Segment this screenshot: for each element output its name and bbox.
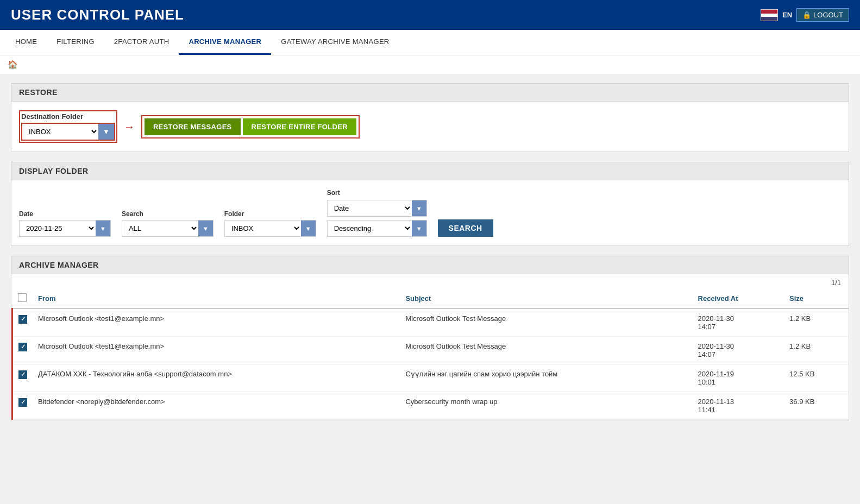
table-row: Bitdefender <noreply@bitdefender.com>Cyb… bbox=[12, 392, 849, 420]
row-size: 12.5 KB bbox=[784, 364, 849, 392]
row-from: Microsoft Outlook <test1@example.mn> bbox=[33, 337, 400, 364]
row-subject: Microsoft Outlook Test Message bbox=[400, 337, 692, 364]
navigation: HOME FILTERING 2FACTOR AUTH ARCHIVE MANA… bbox=[0, 30, 860, 55]
archive-manager-section: ARCHIVE MANAGER 1/1 From Subject Receive… bbox=[11, 256, 849, 420]
display-folder-section: DISPLAY FOLDER Date 2020-11-25 ▼ Search bbox=[11, 162, 849, 246]
row-checkbox-cell bbox=[12, 392, 33, 420]
display-folder-body: Date 2020-11-25 ▼ Search ALL ▼ bbox=[11, 180, 849, 245]
archive-manager-body: 1/1 From Subject Received At Size Micros… bbox=[11, 274, 849, 420]
folder-dropdown-arrow[interactable]: ▼ bbox=[301, 220, 316, 236]
archive-manager-header: ARCHIVE MANAGER bbox=[11, 256, 849, 274]
page-title: USER CONTROL PANEL bbox=[11, 7, 184, 23]
filter-row: Date 2020-11-25 ▼ Search ALL ▼ bbox=[19, 189, 841, 237]
destination-select-wrap: INBOX ▼ bbox=[21, 123, 115, 141]
search-label: Search bbox=[122, 210, 214, 218]
arrow-right-icon: → bbox=[124, 121, 135, 133]
row-size: 1.2 KB bbox=[784, 308, 849, 337]
row-checkbox-cell bbox=[12, 364, 33, 392]
nav-2factor[interactable]: 2FACTOR AUTH bbox=[104, 30, 179, 55]
date-dropdown-arrow[interactable]: ▼ bbox=[96, 220, 110, 236]
search-select-wrap: ALL ▼ bbox=[122, 220, 214, 237]
folder-label: Folder bbox=[224, 210, 316, 218]
row-checkbox-cell bbox=[12, 308, 33, 337]
nav-filtering[interactable]: FILTERING bbox=[47, 30, 104, 55]
restore-section-header: RESTORE bbox=[11, 84, 849, 102]
row-checkbox[interactable] bbox=[18, 343, 27, 351]
col-subject: Subject bbox=[400, 289, 692, 308]
lang-label: EN bbox=[782, 11, 792, 19]
row-checkbox-cell bbox=[12, 337, 33, 364]
restore-entire-folder-button[interactable]: RESTORE ENTIRE FOLDER bbox=[243, 118, 356, 135]
destination-label: Destination Folder bbox=[21, 112, 115, 121]
row-from: Microsoft Outlook <test1@example.mn> bbox=[33, 308, 400, 337]
nav-archive-manager[interactable]: ARCHIVE MANAGER bbox=[179, 30, 271, 55]
display-folder-header: DISPLAY FOLDER bbox=[11, 162, 849, 180]
folder-select-wrap: INBOX ▼ bbox=[224, 220, 316, 237]
sort-order-wrap: Descending ▼ bbox=[327, 220, 427, 237]
col-from: From bbox=[33, 289, 400, 308]
header-controls: EN 🔒 LOGOUT bbox=[761, 8, 849, 22]
date-select-wrap: 2020-11-25 ▼ bbox=[19, 220, 111, 237]
sort-dropdown-arrow[interactable]: ▼ bbox=[412, 200, 426, 216]
sort-order-select[interactable]: Descending bbox=[328, 220, 412, 236]
row-subject: Microsoft Outlook Test Message bbox=[400, 308, 692, 337]
folder-filter-group: Folder INBOX ▼ bbox=[224, 210, 316, 237]
nav-gateway-archive[interactable]: GATEWAY ARCHIVE MANAGER bbox=[271, 30, 399, 55]
row-received-at: 2020-11-19 10:01 bbox=[693, 364, 784, 392]
logout-label: LOGOUT bbox=[813, 11, 843, 19]
date-label: Date bbox=[19, 210, 111, 218]
row-from: ДАТАКОМ ХХК - Технологийн алба <support@… bbox=[33, 364, 400, 392]
row-size: 1.2 KB bbox=[784, 337, 849, 364]
col-size: Size bbox=[784, 289, 849, 308]
row-checkbox[interactable] bbox=[18, 315, 27, 324]
search-button[interactable]: SEARCH bbox=[438, 219, 493, 237]
row-checkbox[interactable] bbox=[18, 398, 27, 407]
destination-select[interactable]: INBOX bbox=[22, 124, 98, 140]
folder-select[interactable]: INBOX bbox=[225, 220, 301, 236]
sort-filter-group: Sort Date ▼ Descending ▼ bbox=[327, 189, 427, 237]
flag-icon bbox=[761, 9, 778, 21]
nav-home[interactable]: HOME bbox=[5, 30, 47, 55]
table-row: Microsoft Outlook <test1@example.mn>Micr… bbox=[12, 308, 849, 337]
search-filter-group: Search ALL ▼ bbox=[122, 210, 214, 237]
destination-dropdown-arrow[interactable]: ▼ bbox=[98, 124, 114, 140]
table-row: ДАТАКОМ ХХК - Технологийн алба <support@… bbox=[12, 364, 849, 392]
main-content: RESTORE Destination Folder INBOX ▼ bbox=[0, 74, 860, 439]
sort-select-wrap: Date ▼ bbox=[327, 200, 427, 217]
row-checkbox[interactable] bbox=[18, 370, 27, 379]
restore-section: RESTORE Destination Folder INBOX ▼ bbox=[11, 83, 849, 152]
row-received-at: 2020-11-30 14:07 bbox=[693, 308, 784, 337]
date-select[interactable]: 2020-11-25 bbox=[20, 220, 96, 236]
row-subject: Сүүлийн нэг цагийн спам хориo цээрийн то… bbox=[400, 364, 692, 392]
logout-button[interactable]: 🔒 LOGOUT bbox=[796, 8, 849, 22]
destination-group: Destination Folder INBOX ▼ bbox=[21, 112, 115, 141]
restore-section-body: Destination Folder INBOX ▼ → RESTORE MES… bbox=[11, 102, 849, 152]
row-size: 36.9 KB bbox=[784, 392, 849, 420]
lock-icon: 🔒 bbox=[802, 11, 811, 19]
sort-label: Sort bbox=[327, 189, 427, 197]
search-dropdown-arrow[interactable]: ▼ bbox=[198, 220, 213, 236]
table-header-row: From Subject Received At Size bbox=[12, 289, 849, 308]
table-row: Microsoft Outlook <test1@example.mn>Micr… bbox=[12, 337, 849, 364]
sort-select[interactable]: Date bbox=[328, 200, 412, 216]
search-select[interactable]: ALL bbox=[122, 220, 198, 236]
restore-messages-button[interactable]: RESTORE MESSAGES bbox=[145, 118, 241, 135]
home-icon[interactable]: 🏠 bbox=[8, 60, 18, 69]
col-checkbox bbox=[12, 289, 33, 308]
row-from: Bitdefender <noreply@bitdefender.com> bbox=[33, 392, 400, 420]
restore-row: Destination Folder INBOX ▼ → RESTORE MES… bbox=[19, 110, 841, 143]
row-subject: Cybersecurity month wrap up bbox=[400, 392, 692, 420]
col-received-at: Received At bbox=[693, 289, 784, 308]
row-received-at: 2020-11-13 11:41 bbox=[693, 392, 784, 420]
archive-table: From Subject Received At Size Microsoft … bbox=[11, 289, 849, 420]
header: USER CONTROL PANEL EN 🔒 LOGOUT bbox=[0, 0, 860, 30]
restore-buttons-annotated: RESTORE MESSAGES RESTORE ENTIRE FOLDER bbox=[141, 115, 360, 138]
row-received-at: 2020-11-30 14:07 bbox=[693, 337, 784, 364]
destination-folder-annotated: Destination Folder INBOX ▼ bbox=[19, 110, 117, 143]
pagination-info: 1/1 bbox=[11, 274, 849, 289]
sort-order-dropdown-arrow[interactable]: ▼ bbox=[412, 220, 426, 236]
date-filter-group: Date 2020-11-25 ▼ bbox=[19, 210, 111, 237]
breadcrumb: 🏠 bbox=[0, 55, 860, 74]
select-all-checkbox[interactable] bbox=[18, 293, 27, 302]
